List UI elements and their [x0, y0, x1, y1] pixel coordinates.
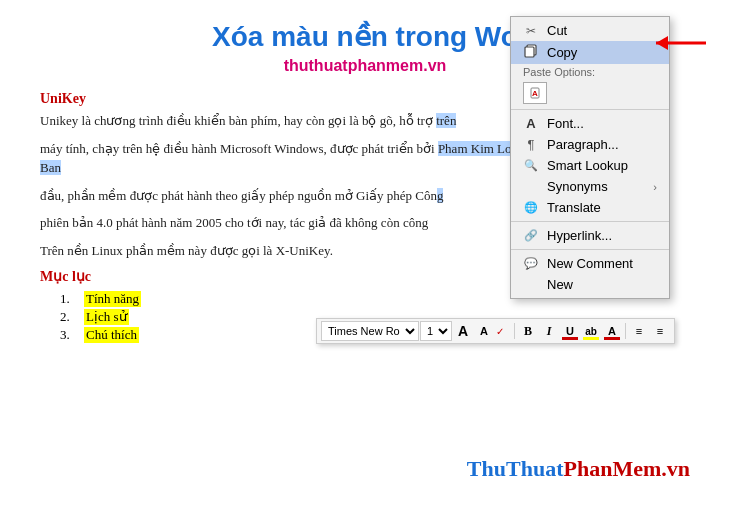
italic-btn[interactable]: I: [539, 321, 559, 341]
menu-item-font[interactable]: A Font...: [511, 113, 669, 134]
font-size-decrease-btn[interactable]: A: [474, 321, 494, 341]
mini-toolbar: Times New Ro 12 A A ✓ B I U ab A ≡ ≡: [316, 318, 675, 344]
font-size-increase-btn[interactable]: A: [453, 321, 473, 341]
copy-label: Copy: [547, 45, 657, 60]
list-btn[interactable]: ≡: [650, 321, 670, 341]
paragraph-icon: ¶: [523, 137, 539, 152]
font-label: Font...: [547, 116, 657, 131]
cut-label: Cut: [547, 23, 657, 38]
hyperlink-label: Hyperlink...: [547, 228, 657, 243]
menu-item-hyperlink[interactable]: 🔗 Hyperlink...: [511, 225, 669, 246]
svg-text:✓: ✓: [496, 326, 504, 337]
format-clear-icon: ✓: [495, 323, 511, 339]
document-area: Xóa màu nền trong Wo thuthuatphanmem.vn …: [0, 0, 730, 512]
bold-btn[interactable]: B: [518, 321, 538, 341]
paragraph-5: Trên nền Linux phần mềm này được gọi là …: [40, 241, 550, 261]
paste-options-label: Paste Options:: [511, 64, 669, 80]
separator-1: [511, 109, 669, 110]
align-left-btn[interactable]: ≡: [629, 321, 649, 341]
menu-item-smartlookup[interactable]: 🔍 Smart Lookup: [511, 155, 669, 176]
toolbar-separator-1: [514, 323, 515, 339]
toolbar-separator-2: [625, 323, 626, 339]
translate-label: Translate: [547, 200, 657, 215]
svg-rect-1: [525, 47, 534, 57]
font-size-selector[interactable]: 12: [420, 321, 452, 341]
paste-icon-1[interactable]: A: [523, 82, 547, 104]
copy-icon: [523, 44, 539, 61]
paste-icons-row: A: [511, 80, 669, 106]
new-comment-icon: 💬: [523, 257, 539, 270]
menu-item-paragraph[interactable]: ¶ Paragraph...: [511, 134, 669, 155]
separator-3: [511, 249, 669, 250]
synonyms-label: Synonyms: [547, 179, 645, 194]
hyperlink-icon: 🔗: [523, 229, 539, 242]
translate-icon: 🌐: [523, 201, 539, 214]
menu-item-translate[interactable]: 🌐 Translate: [511, 197, 669, 218]
smartlookup-icon: 🔍: [523, 159, 539, 172]
menu-item-synonyms[interactable]: Synonyms ›: [511, 176, 669, 197]
cut-icon: ✂: [523, 24, 539, 38]
brand-footer: ThuThuatPhanMem.vn: [467, 456, 690, 482]
underline-btn[interactable]: U: [560, 321, 580, 341]
separator-2: [511, 221, 669, 222]
font-selector[interactable]: Times New Ro: [321, 321, 419, 341]
svg-marker-6: [656, 36, 668, 50]
paragraph-4: phiên bản 4.0 phát hành năm 2005 cho tới…: [40, 213, 550, 233]
new-label: New: [547, 277, 657, 292]
red-arrow: [646, 28, 716, 62]
font-color-btn[interactable]: A: [602, 321, 622, 341]
svg-text:A: A: [532, 89, 538, 98]
paragraph-2: máy tính, chạy trên hệ điều hành Microso…: [40, 139, 550, 178]
synonyms-arrow: ›: [653, 181, 657, 193]
menu-item-new[interactable]: New: [511, 274, 669, 295]
menu-item-new-comment[interactable]: 💬 New Comment: [511, 253, 669, 274]
highlight-btn[interactable]: ab: [581, 321, 601, 341]
font-icon: A: [523, 116, 539, 131]
smartlookup-label: Smart Lookup: [547, 158, 657, 173]
paragraph-3: đầu, phần mềm được phát hành theo giấy p…: [40, 186, 550, 206]
paragraph-label: Paragraph...: [547, 137, 657, 152]
new-comment-label: New Comment: [547, 256, 657, 271]
paragraph-1: Unikey là chương trình điều khiển bàn ph…: [40, 111, 550, 131]
